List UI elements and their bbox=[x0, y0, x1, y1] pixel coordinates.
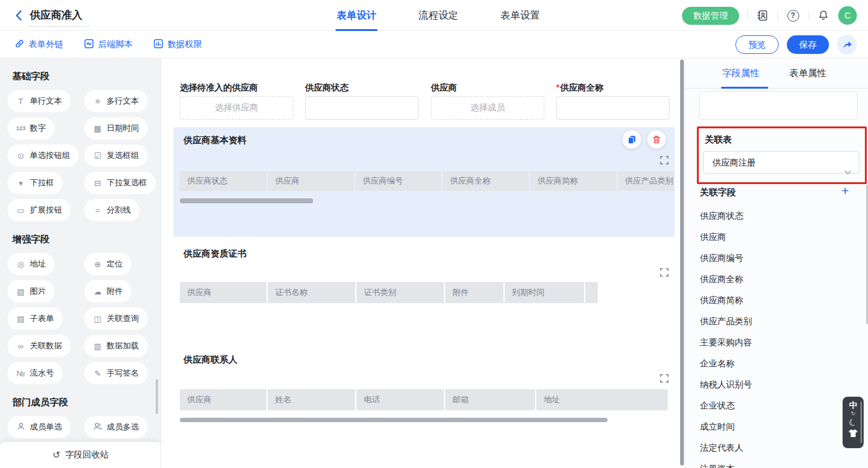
sync-icon[interactable]: ↻ bbox=[851, 410, 856, 417]
share-button[interactable] bbox=[837, 35, 857, 55]
column-header-empty bbox=[585, 282, 598, 303]
horizontal-scrollbar[interactable] bbox=[180, 198, 313, 203]
related-field-item[interactable]: 成立时间 bbox=[700, 419, 849, 440]
dark-mode-moon-icon[interactable]: ☾ bbox=[847, 416, 859, 430]
image-icon: ▧ bbox=[16, 287, 25, 296]
pill-single-line-text[interactable]: T单行文本 bbox=[7, 90, 71, 112]
related-field-item[interactable]: 企业名称 bbox=[700, 356, 849, 377]
multi-line-text-icon: ≡ bbox=[93, 97, 102, 106]
help-icon[interactable]: ? bbox=[786, 9, 800, 22]
supplier-status-input[interactable] bbox=[305, 96, 418, 120]
section-supplier-certificates[interactable]: 供应商资质证书 供应商 证书名称 证书类别 附件 到期时间 bbox=[174, 242, 675, 330]
related-field-item[interactable]: 供应商状态 bbox=[700, 208, 849, 229]
sidebar-scrollbar[interactable] bbox=[156, 379, 158, 414]
permission-icon bbox=[154, 39, 163, 50]
pill-address[interactable]: ◎地址 bbox=[7, 253, 55, 275]
address-book-icon[interactable] bbox=[756, 9, 769, 22]
add-related-field-button[interactable]: + bbox=[841, 184, 849, 197]
pill-serial-number[interactable]: №流水号 bbox=[7, 362, 63, 384]
theme-shirt-icon[interactable] bbox=[848, 429, 858, 440]
related-field-item[interactable]: 供应商 bbox=[700, 229, 849, 250]
column-header: 地址 bbox=[536, 389, 668, 410]
tab-form-settings[interactable]: 表单设置 bbox=[500, 0, 540, 31]
pill-checkbox-group[interactable]: ☑复选框组 bbox=[84, 144, 148, 167]
pill-subform[interactable]: ▤子表单 bbox=[7, 307, 63, 330]
pill-divider-line[interactable]: =分割线 bbox=[84, 199, 140, 221]
horizontal-scrollbar[interactable] bbox=[180, 418, 608, 422]
tab-form-properties[interactable]: 表单属性 bbox=[789, 68, 826, 79]
pill-member-single[interactable]: 成员单选 bbox=[7, 416, 71, 438]
data-permission-link[interactable]: 数据权限 bbox=[154, 31, 202, 58]
related-field-item[interactable]: 企业状态 bbox=[700, 398, 849, 419]
pill-dropdown[interactable]: ▾下拉框 bbox=[7, 172, 63, 194]
serial-number-icon: № bbox=[16, 369, 25, 378]
persons-icon bbox=[93, 422, 102, 433]
target-icon: ⊕ bbox=[93, 260, 102, 269]
tab-form-design[interactable]: 表单设计 bbox=[337, 0, 376, 31]
preview-button[interactable]: 预览 bbox=[735, 35, 779, 54]
number-icon: 123 bbox=[16, 125, 25, 131]
pill-signature[interactable]: ✎手写签名 bbox=[84, 362, 148, 384]
pill-extend-button[interactable]: ▭扩展按钮 bbox=[7, 199, 71, 221]
related-fields-label: 关联字段 bbox=[700, 187, 736, 198]
pill-location[interactable]: ⊕定位 bbox=[84, 253, 131, 275]
related-field-item[interactable]: 供应商全称 bbox=[700, 272, 849, 293]
save-button[interactable]: 保存 bbox=[787, 35, 829, 54]
pill-multi-line-text[interactable]: ≡多行文本 bbox=[84, 90, 148, 112]
related-field-item[interactable]: 供应商简称 bbox=[700, 293, 849, 314]
related-field-item[interactable]: 法定代表人 bbox=[700, 440, 849, 461]
canvas-vertical-scrollbar[interactable] bbox=[680, 60, 684, 466]
section-supplier-contacts[interactable]: 供应商联系人 供应商 姓名 电话 邮箱 地址 bbox=[174, 347, 675, 446]
pill-multi-dropdown[interactable]: ⊟下拉复选框 bbox=[84, 172, 156, 194]
pill-number[interactable]: 123数字 bbox=[7, 117, 55, 139]
form-external-link[interactable]: 表单外链 bbox=[15, 31, 63, 58]
pill-attachment[interactable]: ☁附件 bbox=[84, 280, 131, 302]
back-icon[interactable] bbox=[12, 9, 26, 22]
column-header: 邮箱 bbox=[445, 389, 535, 410]
tab-flow-setting[interactable]: 流程设定 bbox=[418, 0, 458, 31]
pill-datetime[interactable]: ▦日期时间 bbox=[84, 117, 148, 139]
chevron-down-icon bbox=[844, 161, 851, 182]
pill-related-query[interactable]: ◫关联查询 bbox=[84, 307, 148, 330]
section-supplier-basic-info[interactable]: 供应商基本资料 供应商状态 供应商 供应商编号 供应商全称 供应商简称 供应产品… bbox=[174, 127, 675, 237]
table-header-row: 供应商状态 供应商 供应商编号 供应商全称 供应商简称 供应产品类别 bbox=[180, 171, 675, 191]
related-field-item[interactable]: 供应产品类别 bbox=[700, 314, 849, 335]
link-rings-icon: ∞ bbox=[16, 342, 25, 351]
related-table-select[interactable]: 供应商注册 bbox=[703, 151, 859, 174]
related-field-item[interactable]: 主要采购内容 bbox=[700, 335, 849, 356]
form-canvas: 选择待准入的供应商 选择供应商 供应商状态 供应商 选择成员 *供应商全称 供应… bbox=[161, 58, 684, 468]
copy-button[interactable] bbox=[622, 130, 641, 149]
expand-icon[interactable] bbox=[660, 156, 669, 165]
checkbox-icon: ☑ bbox=[93, 151, 102, 161]
panel-tabs: 字段属性 表单属性 bbox=[685, 58, 868, 89]
pill-related-data[interactable]: ∞关联数据 bbox=[7, 335, 71, 357]
expand-icon[interactable] bbox=[660, 374, 669, 383]
pill-data-load[interactable]: ▥数据加载 bbox=[84, 335, 148, 357]
expand-icon[interactable] bbox=[660, 268, 669, 277]
language-toggle-icon[interactable]: 中 bbox=[849, 400, 857, 410]
tab-field-properties[interactable]: 字段属性 bbox=[722, 68, 760, 79]
related-field-item[interactable]: 注册资本 bbox=[700, 461, 849, 468]
avatar[interactable]: C bbox=[838, 6, 857, 25]
section-title: 供应商资质证书 bbox=[184, 248, 247, 260]
location-pin-icon: ◎ bbox=[16, 260, 25, 269]
pill-radio-group[interactable]: ⊙单选按钮组 bbox=[7, 144, 79, 167]
divider bbox=[808, 11, 808, 20]
related-field-item[interactable]: 纳税人识别号 bbox=[700, 377, 849, 398]
supplier-fullname-input[interactable] bbox=[556, 96, 670, 120]
header-tabs: 表单设计 流程设定 表单设置 bbox=[337, 0, 540, 31]
data-manage-button[interactable]: 数据管理 bbox=[682, 7, 739, 25]
section-title: 供应商联系人 bbox=[184, 354, 237, 366]
field-title-input[interactable] bbox=[699, 91, 857, 120]
select-member-input[interactable]: 选择成员 bbox=[431, 96, 544, 120]
pill-image[interactable]: ▧图片 bbox=[7, 280, 55, 302]
field-recycle-bin[interactable]: ↺ 字段回收站 bbox=[0, 442, 161, 468]
delete-button[interactable] bbox=[647, 130, 666, 149]
pill-member-multi[interactable]: 成员多选 bbox=[84, 416, 148, 438]
widget-slider-line bbox=[861, 402, 862, 443]
backend-script-link[interactable]: 后端脚本 bbox=[84, 31, 133, 58]
bell-icon[interactable] bbox=[817, 9, 830, 22]
field-label: 供应商状态 bbox=[305, 82, 348, 94]
select-supplier-input[interactable]: 选择供应商 bbox=[180, 96, 293, 120]
related-field-item[interactable]: 供应商编号 bbox=[700, 250, 849, 272]
